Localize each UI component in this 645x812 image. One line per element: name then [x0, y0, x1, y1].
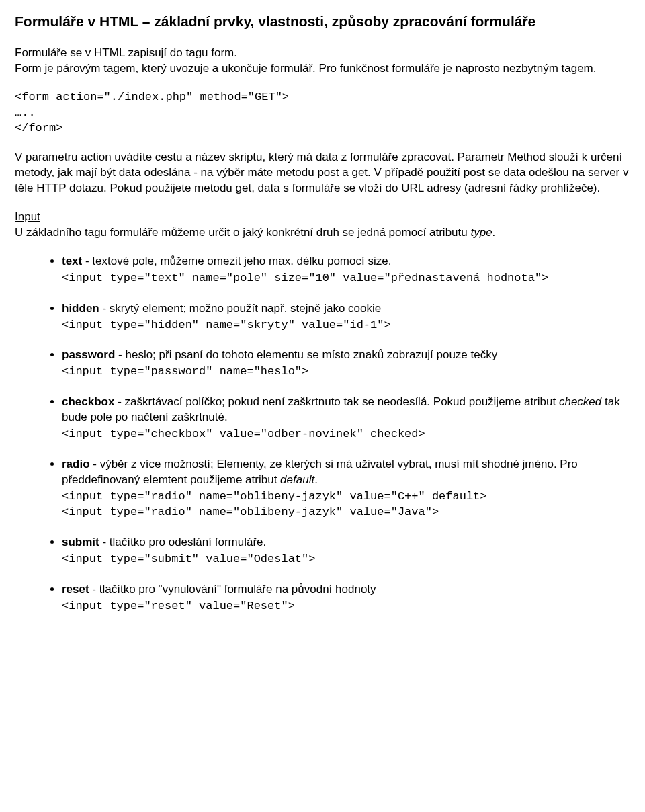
code-input-password: <input type="password" name="heslo">	[62, 364, 630, 380]
list-item: hidden - skrytý element; možno použít na…	[62, 301, 630, 333]
input-intro-type-word: type	[470, 226, 492, 239]
type-name-reset: reset	[62, 583, 89, 596]
type-desc-hidden: - skrytý element; možno použít např. ste…	[99, 302, 382, 315]
code-input-checkbox: <input type="checkbox" value="odber-novi…	[62, 427, 630, 442]
type-name-radio: radio	[62, 458, 90, 471]
input-intro-text: U základního tagu formuláře můžeme určit…	[15, 226, 470, 239]
list-item: password - heslo; při psaní do tohoto el…	[62, 348, 630, 380]
list-item: text - textové pole, můžeme omezit jeho …	[62, 254, 630, 286]
action-explain-paragraph: V parametru action uvádíte cestu a název…	[15, 150, 630, 196]
type-desc-text: - textové pole, můžeme omezit jeho max. …	[82, 255, 391, 268]
code-form-tag: <form action="./index.php" method="GET">…	[15, 90, 630, 136]
type-desc-radio-a: - výběr z více možností; Elementy, ze kt…	[62, 458, 578, 486]
input-types-list: text - textové pole, můžeme omezit jeho …	[15, 254, 630, 614]
type-desc-radio-b: .	[314, 473, 318, 486]
list-item: submit - tlačítko pro odeslání formuláře…	[62, 535, 630, 567]
type-name-checkbox: checkbox	[62, 395, 114, 408]
checked-word: checked	[559, 395, 601, 408]
intro-paragraph: Formuláře se v HTML zapisují do tagu for…	[15, 46, 630, 77]
type-name-text: text	[62, 255, 82, 268]
code-input-submit: <input type="submit" value="Odeslat">	[62, 552, 630, 567]
list-item: radio - výběr z více možností; Elementy,…	[62, 457, 630, 520]
type-desc-password: - heslo; při psaní do tohoto elementu se…	[115, 348, 497, 361]
input-heading: Input	[15, 210, 40, 223]
code-input-reset: <input type="reset" value="Reset">	[62, 599, 630, 614]
code-input-text: <input type="text" name="pole" size="10"…	[62, 271, 630, 286]
default-word: default	[280, 473, 314, 486]
type-desc-checkbox-a: - zaškrtávací políčko; pokud není zaškrt…	[114, 395, 558, 408]
list-item: checkbox - zaškrtávací políčko; pokud ne…	[62, 395, 630, 442]
code-input-hidden: <input type="hidden" name="skryty" value…	[62, 318, 630, 333]
type-desc-reset: - tlačítko pro "vynulování" formuláře na…	[89, 583, 376, 596]
type-desc-submit: - tlačítko pro odeslání formuláře.	[99, 536, 267, 549]
page-title: Formuláře v HTML – základní prvky, vlast…	[15, 12, 630, 31]
code-input-radio: <input type="radio" name="oblibeny-jazyk…	[62, 489, 630, 520]
type-name-password: password	[62, 348, 115, 361]
list-item: reset - tlačítko pro "vynulování" formul…	[62, 582, 630, 614]
type-name-hidden: hidden	[62, 302, 99, 315]
type-name-submit: submit	[62, 536, 99, 549]
